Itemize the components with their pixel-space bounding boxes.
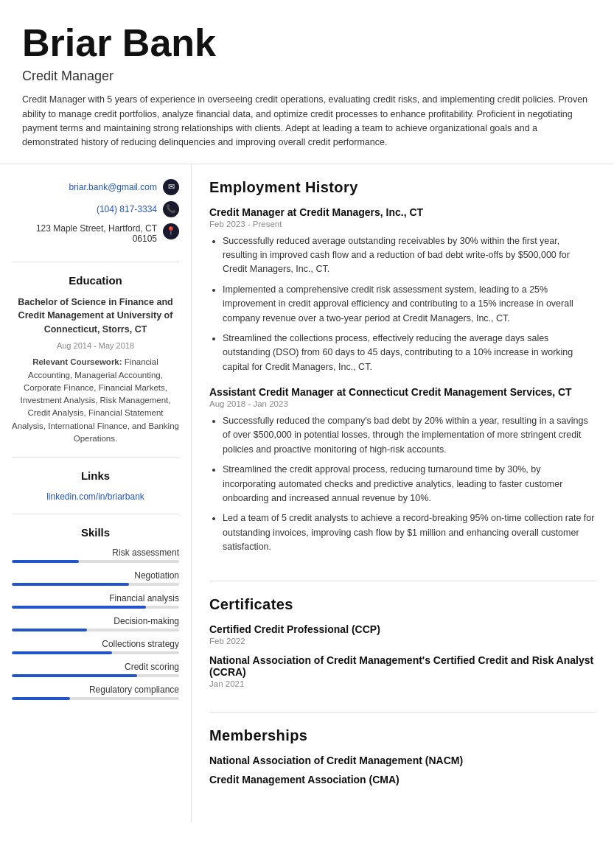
job-entry: Credit Manager at Credit Managers, Inc.,… [209,206,596,374]
cert-date: Jan 2021 [209,679,596,688]
job-bullet: Successfully reduced the company's bad d… [223,414,596,457]
skill-label: Financial analysis [12,593,179,603]
skill-bar-bg [12,606,179,609]
skill-label: Decision-making [12,616,179,626]
jobs-container: Credit Manager at Credit Managers, Inc.,… [209,206,596,555]
skill-label: Credit scoring [12,662,179,672]
skill-label: Negotiation [12,570,179,581]
job-entry: Assistant Credit Manager at Connecticut … [209,386,596,554]
education-entry: Bachelor of Science in Finance and Credi… [12,295,179,446]
employment-heading: Employment History [209,179,596,196]
job-date: Aug 2018 - Jan 2023 [209,399,596,408]
job-bullet: Streamlined the credit approval process,… [223,463,596,505]
job-bullet: Successfully reduced average outstanding… [223,234,596,277]
address-item: 123 Maple Street, Hartford, CT 06105 📍 [12,223,179,244]
skill-item: Regulatory compliance [12,685,179,700]
job-date: Feb 2023 - Present [209,220,596,228]
certificates-heading: Certificates [209,596,596,613]
skill-bar-fill [12,651,112,654]
skill-bar-fill [12,629,87,631]
content-area: Employment History Credit Manager at Cre… [192,164,614,823]
summary-text: Credit Manager with 5 years of experienc… [22,93,592,150]
job-title: Credit Manager at Credit Managers, Inc.,… [209,206,596,218]
memberships-container: National Association of Credit Managemen… [209,755,596,785]
skill-bar-fill [12,697,70,700]
job-bullets: Successfully reduced average outstanding… [209,234,596,374]
skill-bar-fill [12,560,79,563]
job-bullets: Successfully reduced the company's bad d… [209,414,596,554]
education-dates: Aug 2014 - May 2018 [12,340,179,352]
education-section: Education Bachelor of Science in Finance… [12,274,179,458]
skill-item: Decision-making [12,616,179,631]
skill-bar-fill [12,583,129,586]
applicant-title: Credit Manager [22,69,592,84]
membership-name: Credit Management Association (CMA) [209,774,596,785]
skill-label: Collections strategy [12,639,179,649]
location-icon: 📍 [163,223,179,239]
job-bullet: Streamlined the collections process, eff… [223,332,596,374]
address-line2: 06105 [36,234,157,244]
job-title: Assistant Credit Manager at Connecticut … [209,386,596,398]
skill-label: Risk assessment [12,547,179,558]
address-line1: 123 Maple Street, Hartford, CT [36,223,157,234]
employment-section: Employment History Credit Manager at Cre… [209,179,596,582]
skill-bar-fill [12,606,146,609]
cert-name: Certified Credit Professional (CCP) [209,623,596,635]
job-bullet: Implemented a comprehensive credit risk … [223,283,596,326]
education-heading: Education [12,274,179,287]
sidebar: briar.bank@gmail.com ✉ (104) 817-3334 📞 … [0,164,192,823]
contact-section: briar.bank@gmail.com ✉ (104) 817-3334 📞 … [12,179,179,262]
skill-item: Risk assessment [12,547,179,563]
links-heading: Links [12,469,179,482]
cert-entry: National Association of Credit Managemen… [209,654,596,688]
phone-item: (104) 817-3334 📞 [12,201,179,217]
cert-name: National Association of Credit Managemen… [209,654,596,678]
skill-bar-bg [12,697,179,700]
skills-list: Risk assessment Negotiation Financial an… [12,547,179,700]
memberships-section: Memberships National Association of Cred… [209,727,596,808]
skill-bar-bg [12,674,179,677]
cert-date: Feb 2022 [209,637,596,645]
applicant-name: Briar Bank [22,22,592,64]
skill-bar-bg [12,651,179,654]
skill-bar-bg [12,629,179,631]
email-icon: ✉ [163,179,179,195]
job-bullet: Led a team of 5 credit analysts to achie… [223,511,596,554]
skills-section: Skills Risk assessment Negotiation Finan… [12,526,179,719]
linkedin-link[interactable]: linkedin.com/in/briarbank [46,491,144,502]
degree-text: Bachelor of Science in Finance and Credi… [12,295,179,337]
coursework-label: Relevant Coursework: [32,357,122,366]
skill-item: Credit scoring [12,662,179,677]
main-layout: briar.bank@gmail.com ✉ (104) 817-3334 📞 … [0,164,614,823]
skill-label: Regulatory compliance [12,685,179,695]
skill-bar-bg [12,560,179,563]
certificates-section: Certificates Certified Credit Profession… [209,596,596,713]
cert-entry: Certified Credit Professional (CCP) Feb … [209,623,596,645]
links-section: Links linkedin.com/in/briarbank [12,469,179,514]
skill-bar-fill [12,674,137,677]
coursework-body: Financial Accounting, Managerial Account… [12,357,179,443]
email-link[interactable]: briar.bank@gmail.com [69,182,157,192]
skill-item: Collections strategy [12,639,179,654]
skill-bar-bg [12,583,179,586]
certs-container: Certified Credit Professional (CCP) Feb … [209,623,596,688]
coursework-text: Relevant Coursework: Financial Accountin… [12,356,179,445]
email-item: briar.bank@gmail.com ✉ [12,179,179,195]
skill-item: Financial analysis [12,593,179,609]
phone-text: (104) 817-3334 [97,204,157,214]
header: Briar Bank Credit Manager Credit Manager… [0,0,614,164]
memberships-heading: Memberships [209,727,596,744]
skills-heading: Skills [12,526,179,539]
skill-item: Negotiation [12,570,179,586]
phone-icon: 📞 [163,201,179,217]
membership-name: National Association of Credit Managemen… [209,755,596,766]
